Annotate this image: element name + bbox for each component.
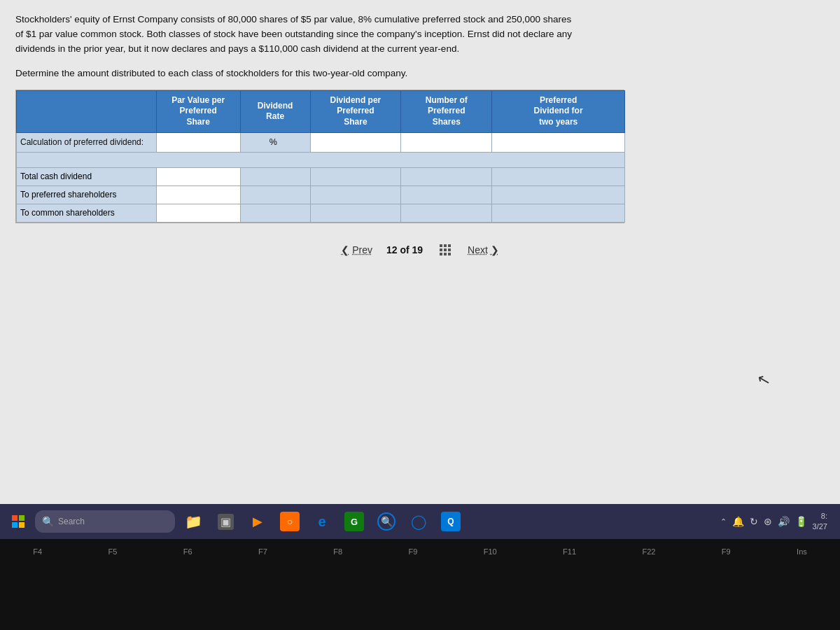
calc-row: Calculation of preferred dividend: %: [17, 132, 625, 152]
preferred-input-cell[interactable]: [156, 186, 240, 204]
windows-icon: [12, 515, 24, 528]
main-content: Stockholders' equity of Ernst Company co…: [0, 0, 840, 504]
current-page: 12: [386, 244, 398, 255]
fn-key-ins[interactable]: Ins: [792, 545, 811, 559]
taskbar-search-app[interactable]: 🔍: [372, 509, 400, 534]
col-header-div-rate: DividendRate: [240, 90, 310, 132]
time-display: 8: 3/27: [813, 511, 827, 533]
calc-num-shares-cell[interactable]: [401, 132, 492, 152]
fn-key-f22[interactable]: F22: [638, 545, 659, 559]
tray-volume-icon[interactable]: 🔊: [778, 516, 790, 527]
tray-wifi-icon[interactable]: ⊛: [764, 516, 772, 527]
preferred-empty-1: [240, 186, 310, 204]
calc-div-rate-cell: %: [240, 132, 310, 152]
cursor-arrow-icon: ↖: [755, 370, 772, 391]
problem-text-line3: dividends in the prior year, but it now …: [15, 43, 459, 54]
preferred-empty-2: [310, 186, 401, 204]
calc-div-per-share-cell[interactable]: [310, 132, 401, 152]
fn-key-f6[interactable]: F6: [179, 545, 197, 559]
fn-key-f8[interactable]: F8: [329, 545, 346, 559]
taskbar-blue-app[interactable]: Q: [437, 509, 465, 534]
fn-key-f4[interactable]: F4: [29, 545, 46, 559]
page-info: 12 of 19: [386, 244, 423, 255]
col-header-label: [17, 90, 157, 132]
common-empty-2: [310, 204, 401, 222]
problem-text-line1: Stockholders' equity of Ernst Company co…: [15, 14, 571, 24]
preferred-empty-3: [401, 186, 492, 204]
search-placeholder: Search: [58, 517, 85, 526]
common-empty-4: [492, 204, 625, 222]
taskbar-file-explorer[interactable]: 📁: [179, 509, 207, 534]
taskbar-green-app[interactable]: G: [340, 509, 368, 534]
start-button[interactable]: [6, 509, 31, 534]
common-row: To common shareholders: [17, 204, 625, 222]
total-cash-input-cell[interactable]: [156, 167, 240, 186]
taskbar-inner: 🔍 Search 📁 ▣ ▶ ○ e G �: [0, 504, 840, 539]
total-cash-empty-2: [310, 167, 401, 186]
common-empty-3: [401, 204, 492, 222]
fn-key-f9[interactable]: F9: [404, 545, 421, 559]
total-cash-empty-3: [401, 167, 492, 186]
taskbar-edge[interactable]: e: [308, 509, 336, 534]
calc-row-label: Calculation of preferred dividend:: [17, 132, 157, 152]
prev-button[interactable]: ❮ Prev: [341, 244, 372, 255]
prev-chevron-icon: ❮: [341, 244, 349, 255]
total-cash-empty-1: [240, 167, 310, 186]
fn-key-f10[interactable]: F10: [479, 545, 501, 559]
grid-view-icon[interactable]: [440, 244, 451, 255]
col-header-pref-div: PreferredDividend fortwo years: [492, 90, 625, 132]
fn-key-f7[interactable]: F7: [254, 545, 272, 559]
green-app-icon: G: [344, 512, 364, 531]
calc-par-value-cell[interactable]: [156, 132, 240, 152]
total-pages: 19: [412, 244, 424, 255]
col-header-div-per-share: Dividend perPreferredShare: [310, 90, 401, 132]
taskbar-target-app[interactable]: ◯: [405, 509, 433, 534]
dividend-table: Par Value perPreferredShare DividendRate…: [15, 90, 624, 223]
orange-app-icon: ○: [280, 512, 300, 531]
calc-num-shares-input[interactable]: [401, 133, 491, 152]
search-box[interactable]: 🔍 Search: [35, 510, 175, 533]
tray-battery-icon[interactable]: 🔋: [795, 516, 807, 527]
fn-key-f9b[interactable]: F9: [718, 545, 735, 559]
tray-notification-icon[interactable]: 🔔: [732, 516, 744, 527]
problem-text-line2: of $1 par value common stock. Both class…: [15, 29, 572, 39]
time-text: 8:: [813, 511, 827, 522]
col-header-par-value: Par Value perPreferredShare: [156, 90, 240, 132]
determine-text: Determine the amount distributed to each…: [15, 68, 825, 78]
taskbar: 🔍 Search 📁 ▣ ▶ ○ e G �: [0, 504, 840, 630]
common-label: To common shareholders: [17, 204, 157, 222]
total-cash-label: Total cash dividend: [17, 167, 157, 186]
date-text: 3/27: [813, 522, 827, 532]
taskbar-task-view[interactable]: ▣: [211, 509, 239, 534]
common-input-cell[interactable]: [156, 204, 240, 222]
file-explorer-icon: 📁: [185, 513, 202, 530]
common-empty-1: [240, 204, 310, 222]
prev-label: Prev: [352, 244, 372, 255]
fn-key-f5[interactable]: F5: [104, 545, 121, 559]
fn-key-f11[interactable]: F11: [559, 545, 580, 559]
spacer-cell: [17, 152, 625, 167]
common-input[interactable]: [157, 204, 240, 222]
navigation-bar: ❮ Prev 12 of 19 Next ❯: [15, 244, 825, 255]
calc-div-per-share-input[interactable]: [311, 133, 401, 152]
taskbar-orange-app[interactable]: ○: [276, 509, 304, 534]
next-button[interactable]: Next ❯: [468, 244, 499, 255]
fn-keys-row: F4 F5 F6 F7 F8 F9 F10 F11 F22 F9 Ins: [0, 539, 840, 630]
preferred-row: To preferred shareholders: [17, 186, 625, 204]
calc-par-value-input[interactable]: [157, 133, 240, 152]
total-cash-row: Total cash dividend: [17, 167, 625, 186]
calc-pref-div-input[interactable]: [492, 133, 624, 152]
camera-icon: ▶: [253, 514, 262, 529]
tray-caret-icon[interactable]: ⌃: [720, 517, 727, 526]
next-label: Next: [468, 244, 488, 255]
calc-pref-div-cell[interactable]: [492, 132, 625, 152]
taskbar-camera[interactable]: ▶: [244, 509, 272, 534]
total-cash-input[interactable]: [157, 168, 240, 186]
of-label: of: [400, 244, 409, 255]
total-cash-empty-4: [492, 167, 625, 186]
preferred-input[interactable]: [157, 186, 240, 204]
search-circle-icon: 🔍: [377, 512, 396, 531]
problem-paragraph: Stockholders' equity of Ernst Company co…: [15, 13, 825, 57]
task-view-icon: ▣: [218, 514, 234, 530]
tray-sync-icon[interactable]: ↻: [750, 516, 758, 527]
